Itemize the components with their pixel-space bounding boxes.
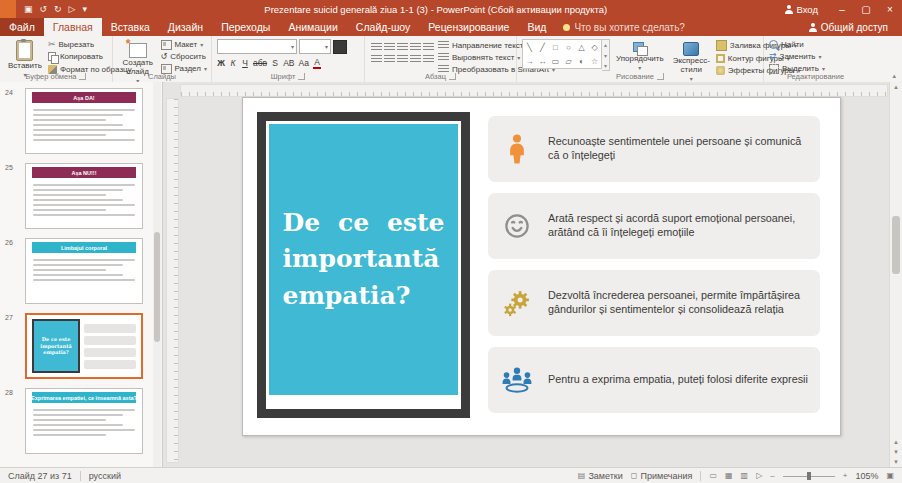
reading-view-button[interactable]: ▥ bbox=[741, 471, 749, 480]
reset-button[interactable]: ↺ Сбросить bbox=[161, 53, 207, 61]
shape-icon[interactable]: □ bbox=[553, 43, 558, 52]
justify-icon[interactable] bbox=[410, 55, 421, 64]
shape-icon[interactable]: ▱ bbox=[565, 57, 571, 66]
start-slideshow-icon[interactable]: ▷ bbox=[69, 4, 76, 14]
shape-icon[interactable]: ◇ bbox=[591, 43, 597, 52]
shape-icon[interactable]: ○ bbox=[566, 43, 571, 52]
slide-editing-area[interactable]: De ce este importantă empatia? Recunoașt… bbox=[164, 82, 890, 467]
redo-icon[interactable]: ↻ bbox=[54, 4, 62, 14]
character-spacing-button[interactable]: АВ bbox=[283, 58, 294, 68]
zoom-slider[interactable] bbox=[783, 471, 835, 481]
slide-thumbnail-27-selected[interactable]: De ce este importantă empatia? bbox=[25, 313, 143, 379]
minimize-button[interactable]: – bbox=[830, 0, 854, 18]
tab-animations[interactable]: Анимации bbox=[279, 18, 346, 36]
gallery-more-icon[interactable]: ▾ bbox=[604, 62, 607, 69]
slide-indicator[interactable]: Слайд 27 из 71 bbox=[8, 471, 72, 481]
strikethrough-button[interactable]: абв bbox=[253, 58, 267, 68]
comments-button[interactable]: ◻ Примечания bbox=[631, 471, 693, 481]
shape-icon[interactable]: ▭ bbox=[552, 57, 560, 66]
bullets-icon[interactable] bbox=[371, 43, 382, 52]
scroll-down-icon[interactable]: ▼ bbox=[893, 457, 899, 467]
notes-button[interactable]: ▤ Заметки bbox=[578, 471, 623, 481]
slide-thumbnail-24[interactable]: Așa DA! bbox=[25, 88, 143, 154]
fit-slide-to-window-button[interactable]: ▣ bbox=[886, 471, 894, 480]
line-spacing-icon[interactable] bbox=[423, 43, 434, 52]
slide-thumbnail-26[interactable]: Limbajul corporal bbox=[25, 238, 143, 304]
share-button[interactable]: Общий доступ bbox=[801, 18, 902, 36]
save-icon[interactable]: ▣ bbox=[24, 4, 33, 14]
change-case-button[interactable]: Аа bbox=[298, 58, 309, 68]
maximize-button[interactable]: ▢ bbox=[854, 0, 878, 18]
dialog-launcher-icon[interactable] bbox=[298, 73, 305, 80]
tab-transitions[interactable]: Переходы bbox=[212, 18, 279, 36]
scroll-up-icon[interactable]: ▲ bbox=[893, 82, 899, 92]
normal-view-button[interactable]: ▭ bbox=[709, 471, 717, 480]
shape-icon[interactable]: ╲ bbox=[527, 43, 532, 52]
dialog-launcher-icon[interactable] bbox=[79, 73, 86, 80]
tab-insert[interactable]: Вставка bbox=[102, 18, 159, 36]
gallery-down-icon[interactable]: ▾ bbox=[604, 52, 607, 59]
arrange-button[interactable]: Упорядочить ▾ bbox=[613, 39, 667, 72]
dialog-launcher-icon[interactable] bbox=[449, 73, 456, 80]
card-build-trust[interactable]: Dezvoltă încrederea persoanei, permite î… bbox=[488, 270, 820, 336]
next-slide-button[interactable]: ▼ bbox=[893, 447, 899, 457]
text-shadow-button[interactable]: S bbox=[271, 58, 279, 68]
horizontal-ruler[interactable] bbox=[180, 84, 888, 97]
card-show-respect[interactable]: Arată respect și acordă suport emoțional… bbox=[488, 193, 820, 259]
zoom-level[interactable]: 105% bbox=[855, 471, 878, 481]
vertical-scrollbar[interactable]: ▲ ▲ ▼ ▼ bbox=[889, 82, 902, 467]
shape-icon[interactable]: ☆ bbox=[591, 57, 598, 66]
gallery-up-icon[interactable]: ▴ bbox=[604, 41, 607, 48]
shape-icon[interactable]: △ bbox=[578, 43, 584, 52]
language-indicator[interactable]: русский bbox=[89, 471, 121, 481]
find-button[interactable]: Найти bbox=[769, 40, 863, 49]
italic-button[interactable]: К bbox=[229, 58, 237, 68]
slide-thumbnail-25[interactable]: Așa NU!!! bbox=[25, 163, 143, 229]
qat-customize-icon[interactable]: ▾ bbox=[83, 4, 88, 14]
tab-design[interactable]: Дизайн bbox=[159, 18, 212, 36]
indent-decrease-icon[interactable] bbox=[397, 43, 408, 52]
vertical-ruler[interactable] bbox=[166, 98, 179, 463]
scrollbar-thumb[interactable] bbox=[892, 216, 900, 274]
bold-button[interactable]: Ж bbox=[217, 58, 225, 68]
card-express-empathy[interactable]: Pentru a exprima empatia, puteți folosi … bbox=[488, 347, 820, 413]
tab-slideshow[interactable]: Слайд-шоу bbox=[347, 18, 419, 36]
previous-slide-button[interactable]: ▲ bbox=[893, 437, 899, 447]
tab-view[interactable]: Вид bbox=[518, 18, 555, 36]
tab-review[interactable]: Рецензирование bbox=[419, 18, 518, 36]
tell-me-box[interactable]: Что вы хотите сделать? bbox=[555, 18, 693, 36]
close-button[interactable]: × bbox=[878, 0, 902, 18]
zoom-in-button[interactable]: + bbox=[843, 471, 848, 480]
dialog-launcher-icon[interactable] bbox=[657, 73, 664, 80]
thumbnail-scrollbar[interactable] bbox=[153, 82, 161, 467]
indent-increase-icon[interactable] bbox=[410, 43, 421, 52]
zoom-slider-thumb[interactable] bbox=[807, 472, 811, 480]
align-right-icon[interactable] bbox=[397, 55, 408, 64]
align-left-icon[interactable] bbox=[371, 55, 382, 64]
zoom-out-button[interactable]: – bbox=[770, 471, 774, 480]
sign-in-button[interactable]: Вход bbox=[785, 4, 819, 15]
layout-button[interactable]: Макет ▾ bbox=[161, 40, 207, 50]
numbering-icon[interactable] bbox=[384, 43, 395, 52]
columns-icon[interactable] bbox=[423, 55, 434, 64]
replace-button[interactable]: ⇄ Заменить ▾ bbox=[769, 52, 863, 61]
underline-button[interactable]: Ч bbox=[241, 58, 249, 68]
tab-home[interactable]: Главная bbox=[44, 18, 102, 36]
undo-icon[interactable]: ↺ bbox=[40, 4, 48, 14]
shape-icon[interactable]: → bbox=[526, 57, 534, 66]
tab-file[interactable]: Файл bbox=[0, 18, 44, 36]
powerpoint-app-icon[interactable] bbox=[0, 0, 16, 18]
thumbnail-scrollbar-thumb[interactable] bbox=[154, 232, 160, 342]
selected-color-swatch[interactable] bbox=[333, 40, 347, 54]
font-color-button[interactable]: А bbox=[313, 57, 321, 69]
font-size-combobox[interactable]: ▾ bbox=[299, 39, 331, 54]
slide-title[interactable]: De ce este importantă empatia? bbox=[283, 205, 445, 314]
collapse-ribbon-icon[interactable]: ▴ bbox=[892, 72, 896, 80]
shape-icon[interactable]: ↔ bbox=[539, 57, 547, 66]
card-recognize-feelings[interactable]: Recunoaște sentimentele unei persoane și… bbox=[488, 116, 820, 182]
slide-thumbnail-28[interactable]: Exprimarea empatiei, ce înseamnă asta? bbox=[25, 388, 143, 454]
align-center-icon[interactable] bbox=[384, 55, 395, 64]
slide-sorter-view-button[interactable]: ▦ bbox=[725, 471, 733, 480]
shape-icon[interactable]: ◐ bbox=[579, 57, 584, 66]
slide-canvas[interactable]: De ce este importantă empatia? Recunoașt… bbox=[242, 97, 841, 436]
